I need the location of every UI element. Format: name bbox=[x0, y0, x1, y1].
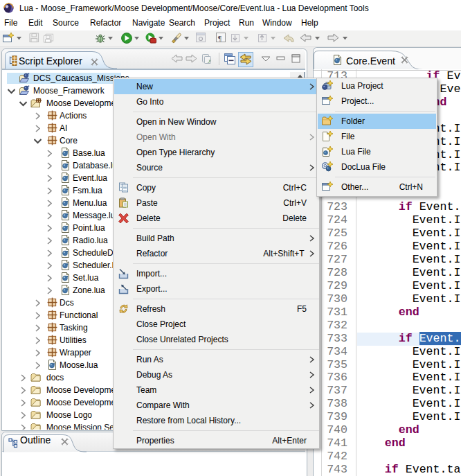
svg-text:¶: ¶ bbox=[218, 34, 222, 42]
